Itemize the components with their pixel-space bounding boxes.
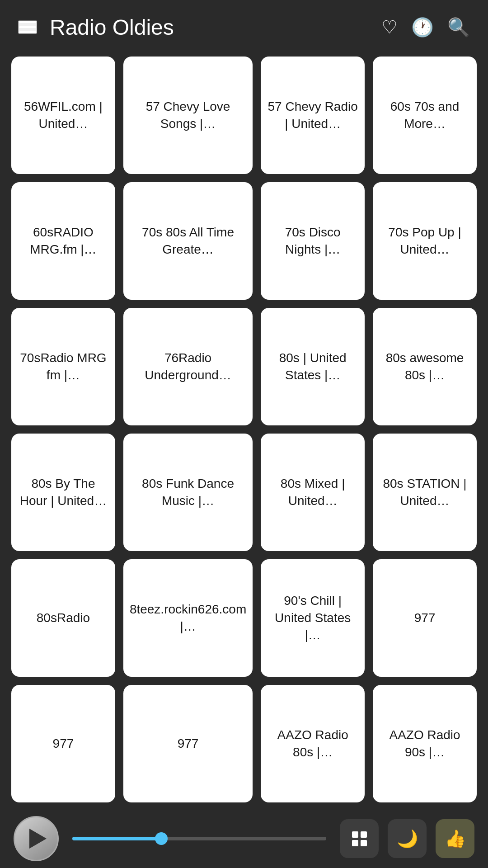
station-label: 80s STATION | United… xyxy=(379,475,470,509)
station-item[interactable]: 80sRadio xyxy=(11,559,115,677)
station-label: 977 xyxy=(414,609,436,627)
header-left: Radio Oldies xyxy=(18,15,174,40)
station-item[interactable]: 60s 70s and More… xyxy=(373,57,477,174)
hamburger-line-3 xyxy=(19,31,36,33)
clock-icon: 🕐 xyxy=(411,17,434,38)
station-label: 977 xyxy=(53,735,74,752)
page-title: Radio Oldies xyxy=(50,15,174,40)
station-label: 977 xyxy=(178,735,199,752)
station-item[interactable]: 80s Mixed | United… xyxy=(261,434,365,551)
play-icon xyxy=(29,829,47,849)
station-item[interactable]: 977 xyxy=(373,559,477,677)
progress-thumb xyxy=(155,832,168,845)
night-mode-button[interactable]: 🌙 xyxy=(388,819,427,858)
station-label: 80s Funk Dance Music |… xyxy=(130,475,246,509)
station-item[interactable]: 80s Funk Dance Music |… xyxy=(123,434,253,551)
heart-icon: ♡ xyxy=(381,17,398,38)
station-label: AAZO Radio 90s |… xyxy=(379,726,470,761)
history-button[interactable]: 🕐 xyxy=(411,17,434,38)
station-item[interactable]: 80s By The Hour | United… xyxy=(11,434,115,551)
station-item[interactable]: 70sRadio MRG fm |… xyxy=(11,308,115,425)
hamburger-line-2 xyxy=(19,26,36,28)
station-label: 70sRadio MRG fm |… xyxy=(18,349,109,384)
station-label: 80sRadio xyxy=(37,609,90,627)
search-button[interactable]: 🔍 xyxy=(447,17,470,38)
hamburger-line-1 xyxy=(19,21,36,23)
station-label: 80s Mixed | United… xyxy=(267,475,358,509)
grid-view-button[interactable] xyxy=(340,819,379,858)
station-item[interactable]: 60sRADIO MRG.fm |… xyxy=(11,182,115,300)
thumbs-up-icon: 👍 xyxy=(445,829,466,849)
station-item[interactable]: 80s awesome 80s |… xyxy=(373,308,477,425)
play-button[interactable] xyxy=(14,816,59,861)
station-item[interactable]: AAZO Radio 90s |… xyxy=(373,685,477,802)
station-item[interactable]: 76Radio Underground… xyxy=(123,308,253,425)
station-label: 70s Pop Up | United… xyxy=(379,224,470,258)
station-item[interactable]: 90's Chill | United States |… xyxy=(261,559,365,677)
station-label: 57 Chevy Love Songs |… xyxy=(130,98,246,132)
moon-icon: 🌙 xyxy=(397,829,418,849)
station-label: 56WFIL.com | United… xyxy=(18,98,109,132)
station-item[interactable]: 977 xyxy=(123,685,253,802)
station-item[interactable]: 70s Pop Up | United… xyxy=(373,182,477,300)
bottom-bar: 🌙 👍 xyxy=(0,809,488,868)
station-item[interactable]: 57 Chevy Love Songs |… xyxy=(123,57,253,174)
station-label: 8teez.rockin626.com |… xyxy=(130,601,246,635)
station-label: 80s | United States |… xyxy=(267,349,358,384)
favorites-button[interactable]: ♡ xyxy=(381,17,398,38)
station-item[interactable]: 8teez.rockin626.com |… xyxy=(123,559,253,677)
station-label: 60s 70s and More… xyxy=(379,98,470,132)
station-item[interactable]: 57 Chevy Radio | United… xyxy=(261,57,365,174)
station-label: 60sRADIO MRG.fm |… xyxy=(18,224,109,258)
header: Radio Oldies ♡ 🕐 🔍 xyxy=(0,0,488,50)
station-item[interactable]: 56WFIL.com | United… xyxy=(11,57,115,174)
station-item[interactable]: 70s 80s All Time Greate… xyxy=(123,182,253,300)
progress-fill xyxy=(72,837,161,840)
progress-bar[interactable] xyxy=(72,837,326,840)
search-icon: 🔍 xyxy=(447,17,470,38)
station-label: 57 Chevy Radio | United… xyxy=(267,98,358,132)
station-label: 80s awesome 80s |… xyxy=(379,349,470,384)
station-grid: 56WFIL.com | United…57 Chevy Love Songs … xyxy=(0,50,488,809)
station-item[interactable]: AAZO Radio 80s |… xyxy=(261,685,365,802)
station-label: 76Radio Underground… xyxy=(130,349,246,384)
header-icons: ♡ 🕐 🔍 xyxy=(381,17,470,38)
station-label: 70s 80s All Time Greate… xyxy=(130,224,246,258)
station-label: AAZO Radio 80s |… xyxy=(267,726,358,761)
station-item[interactable]: 80s STATION | United… xyxy=(373,434,477,551)
station-item[interactable]: 80s | United States |… xyxy=(261,308,365,425)
station-label: 90's Chill | United States |… xyxy=(267,592,358,643)
menu-button[interactable] xyxy=(18,20,37,34)
station-item[interactable]: 70s Disco Nights |… xyxy=(261,182,365,300)
station-label: 80s By The Hour | United… xyxy=(18,475,109,509)
station-item[interactable]: 977 xyxy=(11,685,115,802)
like-button[interactable]: 👍 xyxy=(436,819,474,858)
grid-icon xyxy=(352,831,367,846)
station-label: 70s Disco Nights |… xyxy=(267,224,358,258)
